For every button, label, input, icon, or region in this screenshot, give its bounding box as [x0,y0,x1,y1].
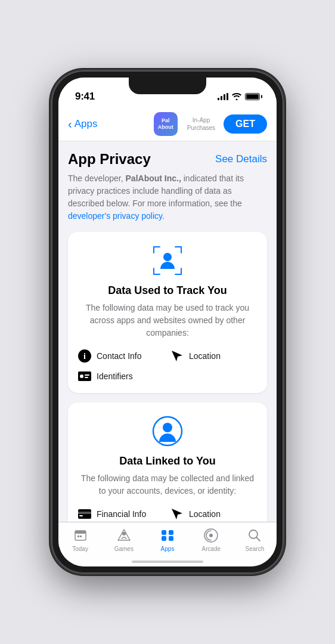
svg-point-16 [163,423,172,432]
get-button[interactable]: GET [224,114,267,134]
linked-item-financial: Financial Info [77,507,165,521]
linked-icon [151,414,184,448]
phone-screen: 9:41 [58,78,277,566]
tab-apps[interactable]: Apps [145,527,189,552]
svg-rect-18 [78,512,91,514]
page-title-row: App Privacy See Details [68,151,267,168]
svg-rect-14 [85,377,88,378]
linked-location-label: Location [189,509,221,519]
privacy-policy-link[interactable]: developer's privacy policy [68,211,162,221]
tab-today[interactable]: Today [58,527,102,552]
svg-rect-33 [77,535,79,537]
back-label: Apps [75,118,98,130]
linked-items-grid: Financial Info Location [77,507,258,522]
wifi-icon [232,93,241,100]
notch [129,78,206,94]
svg-rect-39 [169,536,173,541]
svg-point-8 [163,253,172,261]
today-icon [72,527,89,544]
track-location-label: Location [189,351,221,361]
see-details-link[interactable]: See Details [215,153,267,165]
location-arrow-icon-2 [170,507,184,521]
track-item-contact: i Contact Info [77,349,165,363]
svg-rect-38 [162,536,166,541]
developer-name: PalAbout Inc., [126,174,181,183]
svg-rect-19 [79,515,83,516]
arcade-icon [203,527,219,544]
track-card-description: The following data may be used to track … [77,302,258,339]
signal-icon [218,93,228,100]
status-time: 9:41 [75,91,95,103]
track-card: Data Used to Track You The following dat… [68,232,267,393]
svg-rect-3 [181,246,182,253]
tab-search-label: Search [246,546,265,552]
id-card-icon [77,369,92,383]
tab-games-label: Games [114,546,134,552]
back-button[interactable]: ‹ Apps [68,118,97,130]
track-items-grid: i Contact Info Loc [77,349,258,383]
svg-rect-7 [181,268,182,275]
tab-search[interactable]: Search [233,527,277,552]
svg-rect-1 [153,246,154,253]
games-icon [116,527,132,544]
app-icon: Pal About [154,112,178,136]
linked-card-title: Data Linked to You [77,455,258,467]
track-card-title: Data Used to Track You [77,284,258,297]
track-identifiers-label: Identifiers [97,371,133,381]
iap-label: In-App Purchases [187,116,215,132]
tab-apps-label: Apps [161,546,175,552]
svg-rect-34 [80,535,82,537]
home-indicator [132,561,203,563]
svg-line-43 [257,538,260,541]
search-icon [246,527,263,544]
tab-today-label: Today [72,546,88,552]
svg-rect-36 [162,530,166,535]
svg-text:i: i [83,352,86,361]
linked-financial-label: Financial Info [97,509,146,519]
linked-card-description: The following data may be collected and … [77,472,258,497]
svg-rect-13 [85,374,89,376]
location-arrow-icon [170,349,184,363]
tab-games[interactable]: Games [102,527,145,552]
status-icons [218,93,260,100]
linked-card: Data Linked to You The following data ma… [68,402,267,522]
svg-rect-32 [75,531,86,534]
nav-bar: ‹ Apps Pal About In-App Purchases GET [58,107,277,141]
main-content: App Privacy See Details The developer, P… [58,141,277,522]
svg-point-12 [80,374,83,378]
privacy-description: The developer, PalAbout Inc., indicated … [68,172,267,222]
svg-rect-37 [169,530,173,535]
track-item-identifiers: Identifiers [77,369,165,383]
tab-bar: Today Games [58,522,277,566]
phone-wrapper: 9:41 [0,0,335,644]
tab-arcade-label: Arcade [201,546,221,552]
track-card-icon-wrapper [77,244,258,277]
credit-card-icon [77,507,92,521]
linked-item-location: Location [170,507,258,521]
tab-arcade[interactable]: Arcade [190,527,233,552]
info-circle-icon: i [77,349,92,363]
battery-icon [245,93,260,100]
svg-rect-5 [153,274,160,275]
page-title: App Privacy [68,151,151,168]
svg-point-41 [209,534,213,537]
track-item-location: Location [170,349,258,363]
apps-icon [159,527,176,544]
linked-card-icon-wrapper [77,414,258,448]
track-icon [151,244,184,277]
back-chevron-icon: ‹ [68,118,72,130]
track-contact-label: Contact Info [97,351,142,361]
svg-point-35 [122,532,126,535]
phone-frame: 9:41 [51,70,284,574]
